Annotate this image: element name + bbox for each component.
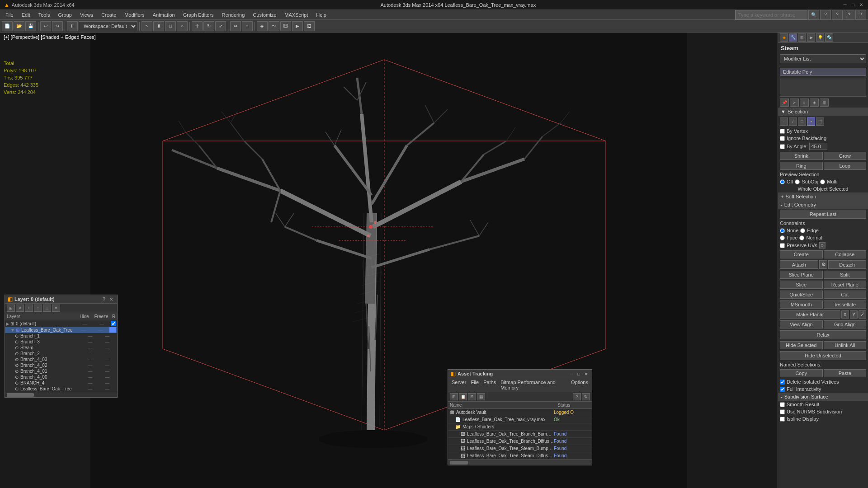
by-vertex-checkbox[interactable]	[780, 129, 785, 134]
layer-item-1[interactable]: ▼ ⊞ Leafless_Bare_Oak_Tree — —	[5, 327, 117, 333]
paste-button[interactable]: Paste	[824, 369, 867, 377]
edit-geometry-header[interactable]: - Edit Geometry	[778, 201, 868, 209]
x-btn[interactable]: X	[841, 310, 849, 319]
menu-create[interactable]: Create	[98, 11, 120, 19]
preserve-uvs-settings[interactable]: ⚙	[819, 242, 826, 249]
asset-maximize-btn[interactable]: □	[576, 371, 582, 377]
new-btn[interactable]: 📄	[2, 21, 13, 31]
layers-help-btn[interactable]: ?	[101, 296, 107, 302]
select-btn[interactable]: ↖	[142, 21, 152, 31]
z-btn[interactable]: Z	[859, 310, 866, 319]
ring-button[interactable]: Ring	[780, 162, 823, 170]
collapse-button[interactable]: Collapse	[824, 250, 867, 258]
hold-btn[interactable]: ⏸	[67, 21, 78, 31]
loop-button[interactable]: Loop	[824, 162, 867, 170]
layers-close-btn[interactable]: ✕	[108, 296, 114, 302]
menu-group[interactable]: Group	[54, 11, 75, 19]
layer-item-8[interactable]: ⊙ Branch_4_01 — —	[5, 368, 117, 374]
render-setup-btn[interactable]: 🎞	[280, 21, 291, 31]
attach-settings-btn[interactable]: ⚙	[819, 260, 827, 269]
render-frame-btn[interactable]: 🖼	[304, 21, 315, 31]
poly-icon[interactable]: ▪	[807, 117, 815, 126]
asset-menu-file[interactable]: File	[469, 379, 481, 391]
asset-tb-btn1[interactable]: ⊞	[450, 393, 458, 400]
layers-tb-btn3[interactable]: +	[25, 305, 33, 312]
remove-modifier-btn[interactable]: 🗑	[820, 99, 829, 107]
rp-icon-modify[interactable]: 🔧	[789, 33, 797, 42]
help-search-input[interactable]	[735, 10, 807, 20]
asset-item-vault[interactable]: 🏛 Autodesk Vault Logged O	[448, 409, 592, 416]
material-btn[interactable]: ◈	[257, 21, 268, 31]
rp-icon-create[interactable]: ◈	[780, 33, 788, 42]
asset-menu-bitmaps[interactable]: Bitmap Performance and Memory	[499, 379, 568, 391]
mirror-btn[interactable]: ⇔	[230, 21, 241, 31]
tessellate-button[interactable]: Tessellate	[824, 300, 867, 309]
menu-rendering[interactable]: Rendering	[218, 11, 249, 19]
menu-graph-editors[interactable]: Graph Editors	[179, 11, 217, 19]
repeat-last-button[interactable]: Repeat Last	[780, 210, 866, 219]
slice-plane-button[interactable]: Slice Plane	[780, 271, 823, 279]
minimize-button[interactable]: ─	[842, 2, 848, 8]
show-result-btn[interactable]: ≡	[800, 99, 809, 107]
help-btn4[interactable]: ?	[855, 10, 866, 20]
attach-button[interactable]: Attach	[780, 260, 818, 269]
menu-customize[interactable]: Customize	[249, 11, 280, 19]
help-btn1[interactable]: ?	[820, 10, 831, 20]
layer-item-11[interactable]: ⊙ Leafless_Bare_Oak_Tree — —	[5, 386, 117, 392]
edge-icon[interactable]: /	[789, 117, 797, 126]
cut-button[interactable]: Cut	[824, 291, 867, 299]
preserve-uvs-checkbox[interactable]	[780, 243, 785, 248]
layers-tb-btn5[interactable]: ↓	[43, 305, 51, 312]
border-icon[interactable]: □	[798, 117, 806, 126]
pin-stack-btn[interactable]: 📌	[780, 99, 789, 107]
ignore-backfacing-checkbox[interactable]	[780, 136, 785, 141]
view-align-button[interactable]: View Align	[780, 320, 823, 328]
shrink-button[interactable]: Shrink	[780, 152, 823, 160]
editable-poly-item[interactable]: Editable Poly	[780, 68, 866, 76]
save-btn[interactable]: 💾	[25, 21, 36, 31]
menu-help[interactable]: Help	[312, 11, 330, 19]
maximize-button[interactable]: □	[850, 2, 856, 8]
rotate-btn[interactable]: ↻	[203, 21, 214, 31]
rp-icon-hierarchy[interactable]: ⊞	[798, 33, 806, 42]
menu-animation[interactable]: Animation	[149, 11, 179, 19]
layer-item-0[interactable]: ▶ ⊞ 0 (default) — —	[5, 320, 117, 327]
by-angle-checkbox[interactable]	[780, 144, 785, 149]
y-btn[interactable]: Y	[850, 310, 858, 319]
layers-tb-btn1[interactable]: ⊞	[7, 305, 15, 312]
show-end-btn[interactable]: ⊳	[790, 99, 799, 107]
relax-button[interactable]: Relax	[780, 330, 866, 339]
split-button[interactable]: Split	[824, 271, 867, 279]
rp-icon-motion[interactable]: ▶	[807, 33, 815, 42]
grow-button[interactable]: Grow	[824, 152, 867, 160]
soft-selection-header[interactable]: + Soft Selection	[778, 192, 868, 201]
create-button[interactable]: Create	[780, 250, 823, 258]
asset-menu-server[interactable]: Server	[450, 379, 468, 391]
help-btn2[interactable]: ?	[832, 10, 843, 20]
hide-unselected-button[interactable]: Hide Unselected	[780, 351, 866, 360]
asset-tb-help[interactable]: ?	[573, 393, 581, 400]
modifier-stack[interactable]	[780, 79, 866, 97]
selection-section-header[interactable]: ▼ Selection	[778, 108, 868, 116]
move-btn[interactable]: ✛	[192, 21, 203, 31]
asset-tb-btn3[interactable]: 🖹	[468, 393, 476, 400]
delete-isolated-checkbox[interactable]	[780, 380, 785, 385]
quickslice-button[interactable]: QuickSlice	[780, 291, 823, 299]
layer-item-7[interactable]: ⊙ Branch_4_02 — —	[5, 362, 117, 368]
menu-edit[interactable]: Edit	[18, 11, 34, 19]
preview-off-radio[interactable]	[780, 179, 785, 184]
asset-item-steam-diff[interactable]: 🖼 Leafless_Bare_Oak_Tree_Steam_Diffuse.p…	[448, 452, 592, 460]
constraint-none-radio[interactable]	[780, 228, 785, 233]
asset-tb-btn2[interactable]: 📋	[459, 393, 467, 400]
layer-check-0[interactable]	[111, 321, 116, 326]
redo-btn[interactable]: ↪	[52, 21, 63, 31]
msmooth-button[interactable]: MSmooth	[780, 300, 823, 309]
layer-item-3[interactable]: ⊙ Branch_3 — —	[5, 339, 117, 345]
layer-item-5[interactable]: ⊙ Branch_2 — —	[5, 351, 117, 357]
by-angle-input[interactable]	[809, 143, 827, 150]
close-button[interactable]: ✕	[858, 2, 864, 8]
viewport[interactable]: [+] [Perspective] [Shaded + Edged Faces]…	[0, 33, 778, 488]
select-rect-btn[interactable]: □	[165, 21, 176, 31]
element-icon[interactable]: ⬚	[816, 117, 824, 126]
menu-maxscript[interactable]: MAXScript	[281, 11, 311, 19]
